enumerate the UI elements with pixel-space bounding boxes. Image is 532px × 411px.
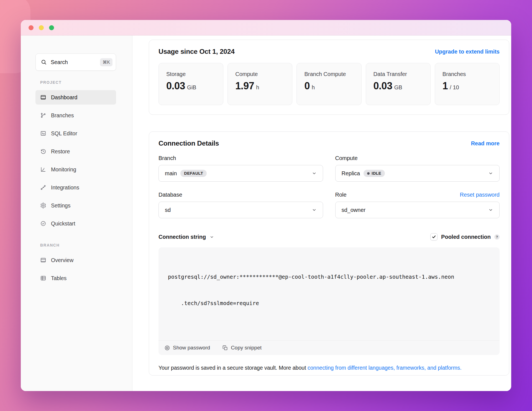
table-icon (40, 275, 46, 281)
sidebar-item-overview[interactable]: Overview (35, 253, 116, 267)
chevron-down-icon (312, 207, 317, 212)
gear-icon (40, 202, 46, 209)
pooled-connection-checkbox[interactable] (430, 233, 438, 240)
sidebar-item-label: Overview (51, 257, 73, 263)
role-field-label: Role (335, 192, 347, 198)
connecting-docs-link[interactable]: connecting from different languages, fra… (308, 365, 462, 371)
sidebar-item-quickstart[interactable]: Quickstart (35, 216, 116, 231)
database-field-label: Database (158, 192, 182, 198)
password-note-text: Your password is saved in a secure stora… (158, 365, 306, 371)
card-label: Branch Compute (304, 70, 354, 78)
connection-details-title: Connection Details (158, 139, 219, 147)
reset-password-link[interactable]: Reset password (460, 192, 500, 198)
search-placeholder: Search (51, 59, 96, 65)
dashboard-icon (40, 94, 46, 100)
card-unit: / 10 (450, 84, 459, 91)
show-password-button[interactable]: Show password (164, 345, 210, 351)
compute-select[interactable]: Replica IDLE (335, 165, 500, 182)
connection-string-line-1: postgresql://sd_owner:************@ep-co… (168, 273, 490, 281)
read-more-link[interactable]: Read more (471, 140, 500, 147)
git-branch-icon (40, 112, 46, 118)
role-field: Role Reset password sd_owner (335, 192, 500, 218)
search-shortcut-badge: ⌘K (100, 58, 112, 66)
copy-snippet-button[interactable]: Copy snippet (222, 345, 262, 351)
main-content: Usage since Oct 1, 2024 Upgrade to exten… (132, 35, 511, 391)
sidebar-item-label: Monitoring (51, 166, 76, 173)
search-input[interactable]: Search ⌘K (35, 54, 116, 71)
compute-select-value: Replica (342, 170, 360, 177)
sidebar-item-label: Restore (51, 148, 70, 155)
idle-dot-icon (367, 172, 370, 175)
connection-details-panel: Connection Details Read more Branch main… (149, 131, 509, 376)
minimize-window-button[interactable] (39, 25, 44, 30)
sidebar-item-monitoring[interactable]: Monitoring (35, 162, 116, 177)
history-clock-icon (40, 148, 46, 154)
overview-icon (40, 257, 46, 263)
copy-icon (222, 345, 228, 351)
connection-string-box: postgresql://sd_owner:************@ep-co… (158, 247, 500, 355)
connection-string-label: Connection string (158, 234, 206, 240)
sidebar-item-sql-editor[interactable]: SQL Editor (35, 126, 116, 141)
integrations-icon (40, 184, 46, 191)
upgrade-link[interactable]: Upgrade to extend limits (435, 49, 500, 55)
default-badge: DEFAULT (180, 170, 207, 177)
sidebar-item-restore[interactable]: Restore (35, 144, 116, 159)
sidebar-item-dashboard[interactable]: Dashboard (35, 90, 116, 105)
card-unit: h (256, 84, 259, 91)
card-unit: GiB (187, 84, 196, 91)
sidebar-item-label: Tables (51, 275, 66, 281)
sidebar-item-settings[interactable]: Settings (35, 198, 116, 213)
branch-field-label: Branch (158, 155, 176, 161)
pooled-connection-label: Pooled connection (441, 234, 491, 240)
connection-string-selector[interactable]: Connection string (158, 234, 214, 240)
sidebar-item-label: Quickstart (51, 220, 75, 227)
branch-select[interactable]: main DEFAULT (158, 165, 323, 182)
password-note: Your password is saved in a secure stora… (158, 363, 500, 372)
branch-select-value: main (165, 170, 177, 177)
chevron-down-icon (312, 171, 317, 176)
usage-panel: Usage since Oct 1, 2024 Upgrade to exten… (149, 40, 509, 115)
card-label: Branches (443, 70, 492, 78)
sidebar-item-label: Settings (51, 202, 70, 209)
card-value: 1 (443, 80, 448, 92)
usage-title: Usage since Oct 1, 2024 (158, 48, 235, 55)
card-label: Data Transfer (374, 70, 423, 78)
eye-icon (164, 345, 170, 351)
database-select[interactable]: sd (158, 202, 323, 218)
chevron-down-icon (209, 235, 214, 239)
chevron-down-icon (488, 171, 493, 176)
sidebar-item-tables[interactable]: Tables (35, 271, 116, 285)
compute-field: Compute Replica IDLE (335, 155, 500, 182)
chart-icon (40, 166, 46, 172)
compute-field-label: Compute (335, 155, 358, 161)
terminal-icon (40, 130, 46, 136)
check-circle-icon (40, 220, 46, 227)
card-unit: h (312, 84, 315, 91)
search-icon (41, 59, 47, 65)
sidebar-item-label: Dashboard (51, 94, 77, 101)
sidebar-item-branches[interactable]: Branches (35, 108, 116, 123)
sidebar-item-label: SQL Editor (51, 130, 77, 137)
code-footer: Show password Copy snippet (158, 340, 500, 355)
role-select-value: sd_owner (342, 207, 366, 213)
branch-field: Branch main DEFAULT (158, 155, 323, 182)
help-icon[interactable]: ? (494, 234, 500, 240)
sidebar: Search ⌘K PROJECT Dashboard Branches (21, 35, 132, 391)
chevron-down-icon (488, 207, 493, 212)
app-window: Search ⌘K PROJECT Dashboard Branches (21, 20, 511, 391)
sidebar-item-integrations[interactable]: Integrations (35, 180, 116, 195)
window-titlebar (21, 20, 511, 35)
usage-card-branches: Branches 1 / 10 (435, 63, 500, 105)
database-field: Database sd (158, 192, 323, 218)
zoom-window-button[interactable] (49, 25, 54, 30)
card-label: Storage (166, 70, 216, 78)
sidebar-item-label: Integrations (51, 184, 79, 191)
idle-status-badge: IDLE (364, 170, 385, 177)
connection-string-value[interactable]: postgresql://sd_owner:************@ep-co… (158, 247, 500, 325)
usage-card-storage: Storage 0.03 GiB (158, 63, 223, 105)
usage-card-data-transfer: Data Transfer 0.03 GB (366, 63, 431, 105)
close-window-button[interactable] (29, 25, 34, 30)
card-value: 0.03 (166, 80, 185, 92)
usage-card-compute: Compute 1.97 h (227, 63, 292, 105)
role-select[interactable]: sd_owner (335, 202, 500, 218)
